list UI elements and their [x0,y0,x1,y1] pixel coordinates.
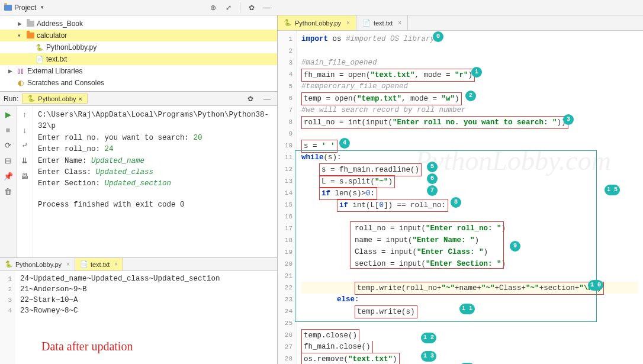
fv-tab-texttxt[interactable]: 📄 text.txt × [75,258,123,270]
expand-caret-icon[interactable]: ▾ [18,33,24,38]
close-icon[interactable]: × [398,20,401,26]
tab-label: text.txt [91,261,110,268]
run-panel: Run: 🐍 PythonLobby × ✿ — ▶ ■ ⟳ ⊟ 📌 🗑 ↑ ↓ [0,91,277,257]
annotation-bubble: 1 5 [605,185,620,195]
tree-label: Scratches and Consoles [27,79,104,87]
output-line: Enter Class: Updated_class [38,167,272,178]
settings-icon[interactable]: ✿ [244,92,257,105]
editor-panel: 🐍 PythonLobby.py × 📄 text.txt × 12345678… [277,15,643,364]
code-line [301,270,638,282]
run-output[interactable]: C:\Users\Raj\AppData\Local\Programs\Pyth… [33,106,277,257]
annotation-bubble: 1 [471,67,482,78]
code-line: roll_no = int(input("Enter roll no. you … [301,116,638,128]
file-line: 22~Stark~10~A [20,295,272,305]
annotation-label: Data after updation [41,340,133,353]
locate-icon[interactable]: ⊕ [207,1,220,14]
tree-label: text.txt [46,55,67,63]
fv-tab-pythonlobby[interactable]: 🐍 PythonLobby.py × [0,258,75,270]
scroll-icon[interactable]: ⇊ [19,154,31,166]
file-line: 21~Anderson~9~B [20,284,272,295]
output-line: Process finished with exit code 0 [38,199,272,211]
output-line: Enter Section: Updated_section [38,178,272,189]
hide-icon[interactable]: — [261,92,274,105]
code-line: section = input("Enter Section: ") [301,258,638,270]
editor-tab-pythonlobby[interactable]: 🐍 PythonLobby.py × [278,15,356,30]
code-line [301,317,638,329]
scratches-icon: ◐ [17,79,25,87]
settings-icon[interactable]: ✿ [245,1,258,14]
tree-item-pythonlobby[interactable]: 🐍 PythonLobby.py [0,41,277,53]
tree-label: PythonLobby.py [46,43,97,51]
editor-code[interactable]: PythonLobby.com import os #imported OS l… [297,31,643,364]
output-line: Enter roll no. you want to search: 20 [38,133,272,144]
print-icon[interactable]: 🖶 [19,170,31,182]
file-line: 24~Updated_name~Updated_class~Updated_se… [20,273,272,284]
tree-item-texttxt[interactable]: 📄 text.txt [0,53,277,65]
tab-label: text.txt [374,20,393,27]
python-file-icon: 🐍 [5,260,13,268]
python-file-icon: 🐍 [36,43,44,51]
output-line: C:\Users\Raj\AppData\Local\Programs\Pyth… [38,109,272,133]
tree-item-calculator[interactable]: ▾ calculator [0,30,277,41]
run-toolbar-secondary: ↑ ↓ ⤶ ⇊ 🖶 [17,106,33,257]
editor-tabs: 🐍 PythonLobby.py × 📄 text.txt × [278,15,643,31]
close-icon[interactable]: × [66,261,70,268]
fv-tabs: 🐍 PythonLobby.py × 📄 text.txt × [0,258,277,271]
folder-icon [26,20,34,28]
code-line: temp.close() [301,329,638,341]
tree-label: External Libraries [27,67,82,75]
annotation-bubble: 1 3 [421,351,436,362]
run-header: Run: 🐍 PythonLobby × ✿ — [0,92,277,106]
down-icon[interactable]: ↓ [19,124,31,136]
expand-caret-icon[interactable]: ▶ [8,68,14,74]
wrap-icon[interactable]: ⤶ [19,139,31,151]
close-icon[interactable]: × [79,95,82,102]
tree-item-scratches[interactable]: ◐ Scratches and Consoles [0,77,277,89]
tree-label: calculator [37,31,67,40]
run-label: Run: [4,95,18,103]
tab-label: PythonLobby.py [15,261,62,268]
pin-icon[interactable]: 📌 [2,170,14,182]
code-line: #main_file_opened [301,57,638,69]
annotation-bubble: 0 [433,31,443,42]
layout-icon[interactable]: ⊟ [2,154,14,166]
close-icon[interactable]: × [114,261,118,268]
annotation-bubble: 3 [563,114,574,125]
hide-icon[interactable]: — [261,1,274,14]
file-line: 23~Rowney~8~C [20,305,272,316]
topbar: Project ▼ ⊕ ⤢ ✿ — [0,0,643,15]
editor-gutter: 12345678910 11121314151617181920 2122232… [278,31,297,364]
python-file-icon: 🐍 [284,19,292,27]
code-line: if int(L[0]) == roll_no: [301,199,638,211]
run-tab[interactable]: 🐍 PythonLobby × [22,94,88,104]
code-line: while(s): [301,152,638,163]
code-line: roll_no = input("Enter roll_no: ") [301,223,638,234]
tree-item-external-libraries[interactable]: ▶ ⫿⫿ External Libraries [0,65,277,77]
project-label[interactable]: Project [14,4,36,12]
annotation-bubble: 1 1 [459,304,475,314]
trash-icon[interactable]: 🗑 [2,185,14,197]
dropdown-caret-icon[interactable]: ▼ [40,5,44,10]
run-tab-label: PythonLobby [38,95,76,102]
code-line: L = s.split("~") [301,175,638,187]
expand-caret-icon[interactable]: ▶ [18,21,24,27]
rerun-icon[interactable]: ⟳ [2,139,14,151]
up-icon[interactable]: ↑ [19,108,31,120]
project-tree[interactable]: ▶ Address_Book ▾ calculator 🐍 PythonLobb… [0,15,277,91]
annotation-bubble: 9 [510,241,520,252]
libraries-icon: ⫿⫿ [17,67,25,75]
run-icon[interactable]: ▶ [2,108,14,120]
stop-icon[interactable]: ■ [2,124,14,136]
editor-tab-texttxt[interactable]: 📄 text.txt × [356,15,408,30]
python-file-icon: 🐍 [27,95,36,102]
code-line [301,128,638,140]
annotation-bubble: 8 [451,197,461,208]
close-icon[interactable]: × [346,20,350,26]
tab-label: PythonLobby.py [295,20,341,27]
code-line: if len(s)>0: [301,187,638,199]
expand-icon[interactable]: ⤢ [222,1,235,14]
text-file-icon: 📄 [36,55,44,63]
annotation-bubble: 2 [465,91,476,101]
tree-item-address-book[interactable]: ▶ Address_Book [0,18,277,30]
text-file-icon: 📄 [362,19,371,27]
